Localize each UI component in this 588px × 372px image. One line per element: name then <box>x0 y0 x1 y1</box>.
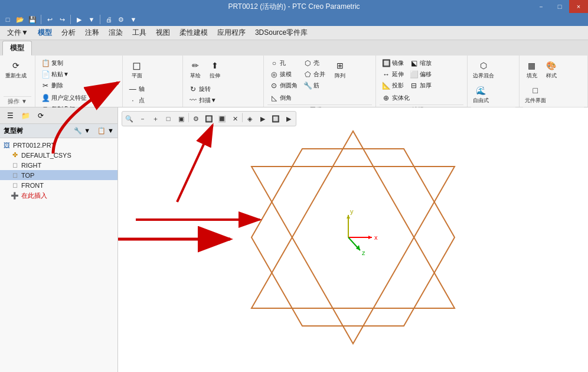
regenerate-button[interactable]: ▶ <box>74 14 84 25</box>
btn-delete[interactable]: ✂删除 <box>39 80 71 91</box>
btn-mirror[interactable]: 🔲镜像 <box>380 58 406 68</box>
maximize-button[interactable]: □ <box>550 0 569 13</box>
menu-flexible[interactable]: 柔性建模 <box>175 27 213 39</box>
redo-button[interactable]: ↪ <box>57 14 67 25</box>
btn-thicken[interactable]: ⊟加厚 <box>407 80 433 91</box>
btn-paste[interactable]: 📄粘贴▼ <box>39 69 71 80</box>
btn-style[interactable]: 🎨 样式 <box>543 58 560 81</box>
panel-toolbar: ☰ 📁 ⟳ <box>0 107 117 124</box>
tree-item-front[interactable]: ◻ FRONT <box>0 180 117 190</box>
btn-solidify[interactable]: ⊕实体化 <box>380 93 411 103</box>
main-area: ☰ 📁 ⟳ 复型树 🔧 ▼ 📋 ▼ 🖼 PRT0012.PRT ✤ DEFAUL… <box>0 107 588 372</box>
btn-merge[interactable]: ⬠合并 <box>301 69 327 80</box>
panel-icon-refresh[interactable]: ⟳ <box>34 110 47 122</box>
tree-label-csys: DEFAULT_CSYS <box>21 152 71 159</box>
tree-icon-csys: ✤ <box>11 151 19 159</box>
tools-dropdown[interactable]: ▼ <box>86 14 97 25</box>
btn-chamfer[interactable]: ◺倒角 <box>267 93 293 103</box>
app-title: PRT0012 (活动的) - PTC Creo Parametric <box>228 2 360 12</box>
close-button[interactable]: × <box>569 0 588 13</box>
tree-item-insert-here[interactable]: ➕ 在此插入 <box>0 190 117 201</box>
btn-pattern[interactable]: ⊞ 阵列 <box>331 58 349 81</box>
panel-icon-tree[interactable]: ☰ <box>4 110 17 122</box>
btn-round[interactable]: ⊙倒圆角 <box>267 80 299 91</box>
menu-analysis[interactable]: 分析 <box>57 27 80 39</box>
panel-icon-folder[interactable]: 📁 <box>19 110 32 122</box>
open-button[interactable]: 📂 <box>15 14 25 25</box>
tree-item-top[interactable]: ◻ TOP <box>0 170 117 180</box>
tree-item-right[interactable]: ◻ RIGHT <box>0 160 117 170</box>
menu-model[interactable]: 模型 <box>33 27 57 39</box>
ribbon-tab-row: 模型 <box>0 40 588 56</box>
btn-shell[interactable]: ⬡壳 <box>301 58 327 68</box>
tree-header: 复型树 🔧 ▼ 📋 ▼ <box>0 124 117 138</box>
ribbon-group-edit: 🔲镜像 ↔延伸 📐投影 ⬕缩放 ⬜偏移 ⊟加厚 ⊕实体化 编辑 ▼ <box>376 56 468 107</box>
btn-sketch[interactable]: ✏ 草绘 <box>187 58 204 81</box>
undo-button[interactable]: ↩ <box>44 14 55 25</box>
menu-file[interactable]: 文件▼ <box>2 27 33 39</box>
btn-component-interface[interactable]: □ 元件界面 <box>523 83 548 106</box>
svg-marker-1 <box>368 236 372 239</box>
btn-extend[interactable]: ↔延伸 <box>380 69 406 80</box>
viewport[interactable]: 🔍 － ＋ □ ▣ ⚙ 🔲 🔳 ✕ ◈ ▶ 🔲 ▶ <box>118 107 588 372</box>
svg-marker-4 <box>347 215 350 218</box>
btn-project[interactable]: 📐投影 <box>380 80 406 91</box>
btn-offset[interactable]: ⬜偏移 <box>407 69 433 80</box>
extrude-icon: ⬆ <box>208 59 222 72</box>
geometry-svg: x y z <box>118 107 588 372</box>
ribbon-group-engineering: ○孔 ◎拔模 ⊙倒圆角 ⬡壳 ⬠合并 🔧筋 ⊞ 阵列 ◺倒角 工程 ▼ <box>264 56 376 107</box>
ribbon-group-modelintent: ▦ 填充 🎨 样式 □ 元件界面 模型意图 ▼ <box>520 56 588 107</box>
svg-text:z: z <box>362 249 365 256</box>
freestyle-icon: 🌊 <box>473 84 488 97</box>
plane-icon: ◻ <box>130 59 144 72</box>
settings-button[interactable]: ⚙ <box>116 14 126 25</box>
tree-label-top: TOP <box>21 172 34 179</box>
save-button[interactable]: 💾 <box>27 14 38 25</box>
tree-settings-btn[interactable]: 🔧 ▼ <box>74 127 90 135</box>
btn-regenerate[interactable]: ⟳ 重新生成 <box>4 58 28 81</box>
ribbon-group-shape: ✏ 草绘 ⬆ 拉伸 ↻旋转 〰扫描▼ ⬜扫描混合 形状 ▼ <box>183 56 264 107</box>
tree-label-insert: 在此插入 <box>21 191 47 200</box>
tree-columns-btn[interactable]: 📋 ▼ <box>97 127 114 135</box>
btn-axis[interactable]: —轴 <box>126 84 158 94</box>
print-button[interactable]: 🖨 <box>103 14 114 25</box>
btn-userdefined[interactable]: 👤用户定义特征 <box>39 93 89 103</box>
group-label-operations: 操作 ▼ <box>4 96 31 106</box>
tree-icon-prt: 🖼 <box>2 142 11 149</box>
btn-fill[interactable]: ▦ 填充 <box>523 58 541 81</box>
btn-boundary-blend[interactable]: ⬡ 边界混合 <box>471 58 496 81</box>
quick-dropdown[interactable]: ▼ <box>128 14 139 25</box>
menu-render[interactable]: 渲染 <box>104 27 128 39</box>
quick-access-toolbar: □ 📂 💾 ↩ ↪ ▶ ▼ 🖨 ⚙ ▼ <box>0 13 588 26</box>
pattern-icon: ⊞ <box>333 59 347 72</box>
regenerate-icon: ⟳ <box>9 59 23 72</box>
tab-model[interactable]: 模型 <box>2 41 32 56</box>
btn-scale[interactable]: ⬕缩放 <box>407 58 433 68</box>
menu-annotation[interactable]: 注释 <box>80 27 104 39</box>
btn-draft[interactable]: ◎拔模 <box>267 69 299 80</box>
minimize-button[interactable]: － <box>531 0 550 13</box>
btn-hole[interactable]: ○孔 <box>267 58 299 68</box>
coordinate-system: x y z <box>347 208 378 256</box>
btn-point[interactable]: ·点 <box>126 95 158 106</box>
tree-item-default-csys[interactable]: ✤ DEFAULT_CSYS <box>0 150 117 160</box>
ribbon: ⟳ 重新生成 操作 ▼ 📋复制 📄粘贴▼ ✂删除 👤用户定义特征 ⧉复制几何 📦… <box>0 56 588 107</box>
new-button[interactable]: □ <box>2 14 13 25</box>
svg-text:x: x <box>374 234 378 241</box>
btn-copy[interactable]: 📋复制 <box>39 58 71 68</box>
tree-icon-top: ◻ <box>11 171 19 179</box>
btn-revolve[interactable]: ↻旋转 <box>187 84 224 94</box>
btn-plane[interactable]: ◻ 平面 <box>126 58 148 81</box>
tree-item-prt0012[interactable]: 🖼 PRT0012.PRT <box>0 141 117 150</box>
menu-tools[interactable]: 工具 <box>128 27 151 39</box>
btn-rib[interactable]: 🔧筋 <box>301 80 327 91</box>
menu-3dsource[interactable]: 3DSource零件库 <box>250 27 312 39</box>
tree-label-prt: PRT0012.PRT <box>13 142 55 149</box>
btn-sweep[interactable]: 〰扫描▼ <box>187 95 224 106</box>
menu-view[interactable]: 视图 <box>151 27 175 39</box>
sketch-icon: ✏ <box>188 59 202 72</box>
btn-extrude[interactable]: ⬆ 拉伸 <box>206 58 224 81</box>
btn-freestyle[interactable]: 🌊 自由式 <box>471 83 491 106</box>
menu-applications[interactable]: 应用程序 <box>213 27 250 39</box>
ribbon-group-datum: ◻ 平面 —轴 ·点 ✕坐标系 基准 ▼ <box>123 56 183 107</box>
